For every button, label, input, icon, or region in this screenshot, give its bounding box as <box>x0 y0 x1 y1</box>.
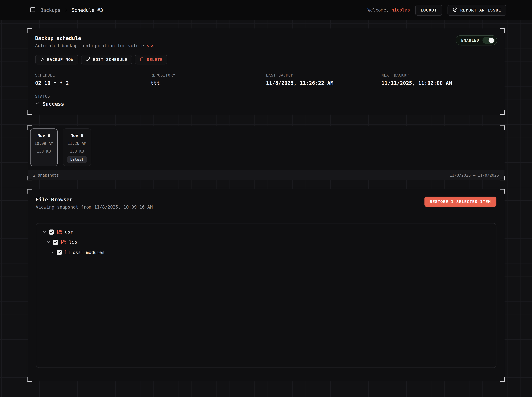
snapshot-size: 133 KB <box>34 149 53 154</box>
status-text: Success <box>43 101 64 107</box>
chevron-right-icon[interactable] <box>50 250 54 254</box>
report-icon <box>452 7 457 13</box>
backup-now-label: BACKUP NOW <box>47 57 74 62</box>
report-issue-button[interactable]: REPORT AN ISSUE <box>447 5 506 15</box>
page: Backups Schedule #3 Welcome, nicolas LOG… <box>0 0 532 397</box>
report-label: REPORT AN ISSUE <box>460 8 501 12</box>
pencil-icon <box>86 57 90 62</box>
enabled-toggle[interactable]: ENABLED <box>456 35 497 45</box>
status-value: Success <box>35 101 497 107</box>
field-status: STATUS Success <box>35 94 497 107</box>
corner-bracket <box>500 176 505 180</box>
delete-label: DELETE <box>147 57 163 62</box>
field-schedule: SCHEDULE 02 10 * * 2 <box>35 73 151 86</box>
checkbox[interactable] <box>53 240 58 245</box>
field-value: 11/8/2025, 11:26:22 AM <box>266 80 381 86</box>
snapshot-date: Nov 8 <box>67 133 87 138</box>
snapshot-card[interactable]: Nov 8 11:26 AM 133 KB Latest <box>63 128 91 166</box>
topbar: Backups Schedule #3 Welcome, nicolas LOG… <box>0 0 532 20</box>
backup-now-button[interactable]: BACKUP NOW <box>35 55 78 65</box>
corner-bracket <box>27 125 32 130</box>
delete-button[interactable]: DELETE <box>135 55 167 65</box>
chevron-down-icon[interactable] <box>42 230 46 234</box>
folder-open-icon <box>57 229 62 235</box>
folder-icon <box>65 250 70 255</box>
chevron-down-icon[interactable] <box>46 240 50 244</box>
field-label: LAST BACKUP <box>266 73 381 78</box>
corner-bracket <box>27 189 32 193</box>
snapshots-panel: Nov 8 10:09 AM 133 KB Nov 8 11:26 AM 133… <box>28 126 504 180</box>
snapshot-date-range: 11/8/2025 – 11/8/2025 <box>450 173 499 177</box>
file-tree: usr lib <box>36 223 496 368</box>
field-last-backup: LAST BACKUP 11/8/2025, 11:26:22 AM <box>266 73 381 86</box>
corner-bracket <box>27 176 32 180</box>
field-label: NEXT BACKUP <box>381 73 497 78</box>
snapshot-time: 11:26 AM <box>67 141 87 146</box>
tree-row-ossl-modules[interactable]: ossl-modules <box>36 247 496 257</box>
field-label: REPOSITORY <box>151 73 266 78</box>
latest-badge: Latest <box>67 156 87 163</box>
toggle-switch[interactable] <box>482 37 494 44</box>
corner-bracket <box>500 28 505 33</box>
field-next-backup: NEXT BACKUP 11/11/2025, 11:02:00 AM <box>381 73 497 86</box>
username: nicolas <box>392 7 410 12</box>
enabled-label: ENABLED <box>461 38 479 43</box>
main-content: Backup schedule Automated backup configu… <box>28 29 504 381</box>
breadcrumb: Backups Schedule #3 <box>40 7 103 13</box>
corner-bracket <box>27 28 32 33</box>
file-browser-title: File Browser <box>36 197 153 203</box>
field-value: ttt <box>151 80 266 86</box>
edit-schedule-label: EDIT SCHEDULE <box>93 57 127 62</box>
backup-schedule-panel: Backup schedule Automated backup configu… <box>28 29 504 115</box>
snapshot-time: 10:09 AM <box>34 141 53 146</box>
corner-bracket <box>500 110 505 115</box>
file-browser-panel: File Browser Viewing snapshot from 11/8/… <box>28 189 504 381</box>
trash-icon <box>139 57 144 62</box>
folder-open-icon <box>61 239 66 245</box>
field-label: SCHEDULE <box>35 73 151 78</box>
field-repository: REPOSITORY ttt <box>151 73 266 86</box>
status-label: STATUS <box>35 94 497 99</box>
tree-item-name: usr <box>65 229 73 234</box>
snapshots-footer: 2 snapshots 11/8/2025 – 11/8/2025 <box>28 170 504 180</box>
tree-item-name: ossl-modules <box>73 250 105 255</box>
snapshot-card[interactable]: Nov 8 10:09 AM 133 KB <box>30 128 58 166</box>
checkbox[interactable] <box>49 229 54 234</box>
corner-bracket <box>500 125 505 130</box>
tree-row-usr[interactable]: usr <box>36 227 496 237</box>
corner-bracket <box>27 110 32 115</box>
field-value: 02 10 * * 2 <box>35 80 151 86</box>
volume-name: sss <box>147 43 155 48</box>
welcome-text: Welcome, nicolas <box>367 7 410 12</box>
breadcrumb-page: Schedule #3 <box>72 7 103 13</box>
check-icon <box>35 101 40 107</box>
snapshot-date: Nov 8 <box>34 133 53 138</box>
sidebar-toggle-button[interactable] <box>30 7 36 13</box>
breadcrumb-section[interactable]: Backups <box>40 7 60 13</box>
logout-label: LOGOUT <box>420 8 437 12</box>
file-browser-subtitle: Viewing snapshot from 11/8/2025, 10:09:1… <box>36 205 153 210</box>
schedule-panel-title: Backup schedule <box>35 35 154 41</box>
edit-schedule-button[interactable]: EDIT SCHEDULE <box>81 55 132 65</box>
snapshot-count: 2 snapshots <box>33 173 59 177</box>
schedule-panel-subtitle: Automated backup configuration for volum… <box>35 43 154 48</box>
tree-item-name: lib <box>69 240 77 245</box>
restore-button[interactable]: RESTORE 1 SELECTED ITEM <box>424 197 496 207</box>
tree-row-lib[interactable]: lib <box>36 237 496 247</box>
corner-bracket <box>27 377 32 382</box>
corner-bracket <box>500 377 505 382</box>
corner-bracket <box>500 189 505 193</box>
chevron-right-icon <box>64 8 68 12</box>
logout-button[interactable]: LOGOUT <box>415 5 442 15</box>
play-icon <box>40 57 44 62</box>
snapshot-size: 133 KB <box>67 149 87 154</box>
toggle-knob <box>488 38 494 43</box>
panel-left-icon <box>30 7 36 13</box>
field-value: 11/11/2025, 11:02:00 AM <box>381 80 497 86</box>
snapshot-list: Nov 8 10:09 AM 133 KB Nov 8 11:26 AM 133… <box>28 126 504 170</box>
checkbox[interactable] <box>57 250 62 255</box>
